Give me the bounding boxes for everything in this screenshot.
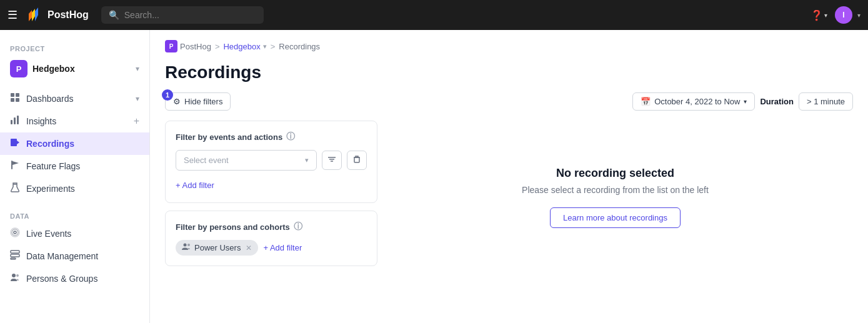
breadcrumb: P PostHog > Hedgebox ▾ > Recordings xyxy=(150,30,868,57)
svg-rect-5 xyxy=(11,98,14,102)
topnav-right: ❓ ▾ I ▾ xyxy=(808,6,861,24)
cohort-name: Power Users xyxy=(194,243,241,252)
sidebar-item-insights-label: Insights xyxy=(26,116,56,126)
search-input[interactable] xyxy=(124,10,256,20)
logo[interactable]: PostHog xyxy=(25,5,89,25)
insights-icon xyxy=(10,115,20,127)
breadcrumb-current: Recordings xyxy=(279,42,320,51)
breadcrumb-project-avatar: P xyxy=(165,40,177,52)
svg-rect-8 xyxy=(14,117,16,124)
project-avatar: P xyxy=(10,60,27,77)
empty-state-description: Please select a recording from the list … xyxy=(522,185,709,195)
sidebar-item-persons-groups[interactable]: Persons & Groups xyxy=(0,267,149,290)
svg-rect-18 xyxy=(11,254,19,257)
duration-value: > 1 minute xyxy=(799,92,853,111)
breadcrumb-link[interactable]: Hedgebox ▾ xyxy=(223,42,266,51)
sidebar-item-dashboards[interactable]: Dashboards ▾ xyxy=(0,87,149,110)
persons-groups-icon xyxy=(10,272,20,285)
svg-point-26 xyxy=(184,244,187,247)
svg-rect-17 xyxy=(11,251,19,253)
svg-rect-7 xyxy=(11,120,12,124)
events-filter-box: Filter by events and actions ⓘ Select ev… xyxy=(165,121,377,203)
svg-marker-1 xyxy=(32,9,35,21)
project-selector[interactable]: P Hedgebox ▾ xyxy=(0,55,149,82)
menu-icon[interactable]: ☰ xyxy=(7,8,17,22)
calendar-icon: 📅 xyxy=(641,97,651,106)
add-event-filter-button[interactable]: + Add filter xyxy=(176,178,214,192)
cohort-icon xyxy=(182,242,191,253)
dashboards-chevron: ▾ xyxy=(136,94,139,103)
sidebar-item-insights[interactable]: Insights + xyxy=(0,110,149,132)
hide-filters-button[interactable]: 1 ⚙ Hide filters xyxy=(165,92,231,111)
sidebar-item-recordings-label: Recordings xyxy=(26,139,74,149)
svg-marker-11 xyxy=(17,141,19,144)
logo-text: PostHog xyxy=(47,9,89,21)
svg-rect-9 xyxy=(17,116,19,124)
avatar[interactable]: I xyxy=(835,6,852,24)
recordings-icon xyxy=(10,137,20,150)
feature-flags-icon xyxy=(10,160,20,172)
persons-filter-title: Filter by persons and cohorts ⓘ xyxy=(176,221,367,232)
search-bar[interactable]: 🔍 xyxy=(101,6,264,24)
svg-rect-12 xyxy=(11,161,12,169)
sidebar-item-live-events[interactable]: Live Events xyxy=(0,222,149,245)
hide-filters-label: Hide filters xyxy=(184,97,222,106)
sidebar-item-experiments[interactable]: Experiments xyxy=(0,177,149,200)
svg-point-21 xyxy=(16,274,19,277)
sidebar-item-data-management[interactable]: Data Management xyxy=(0,245,149,267)
date-picker-button[interactable]: 📅 October 4, 2022 to Now ▾ xyxy=(632,92,755,111)
date-chevron: ▾ xyxy=(744,98,747,105)
persons-info-icon[interactable]: ⓘ xyxy=(294,221,302,232)
search-icon: 🔍 xyxy=(109,10,119,20)
svg-rect-19 xyxy=(11,258,16,259)
posthog-logo-icon xyxy=(25,5,45,25)
sidebar-item-feature-flags-label: Feature Flags xyxy=(26,161,80,171)
filter-badge: 1 xyxy=(162,89,173,101)
avatar-chevron: ▾ xyxy=(857,12,861,19)
main-layout: PROJECT P Hedgebox ▾ Dashboards ▾ Insigh… xyxy=(0,30,868,323)
event-select-placeholder: Select event xyxy=(184,156,229,165)
events-info-icon[interactable]: ⓘ xyxy=(286,131,295,142)
filter-sliders-icon: ⚙ xyxy=(173,97,181,106)
help-button[interactable]: ❓ ▾ xyxy=(808,7,830,24)
data-management-icon xyxy=(10,250,20,262)
events-filter-title: Filter by events and actions ⓘ xyxy=(176,131,367,142)
breadcrumb-chevron: ▾ xyxy=(263,42,267,51)
insights-plus[interactable]: + xyxy=(134,116,139,127)
sidebar-item-data-management-label: Data Management xyxy=(26,251,98,261)
learn-more-button[interactable]: Learn more about recordings xyxy=(550,207,681,228)
breadcrumb-sep2: > xyxy=(271,42,276,51)
project-name: Hedgebox xyxy=(32,64,75,74)
experiments-icon xyxy=(10,182,20,195)
svg-point-15 xyxy=(12,229,18,236)
event-select-row: Select event ▾ xyxy=(176,150,367,171)
sidebar-item-persons-groups-label: Persons & Groups xyxy=(26,274,97,284)
svg-marker-2 xyxy=(35,7,38,21)
delete-filter-button[interactable] xyxy=(347,151,367,170)
event-select[interactable]: Select event ▾ xyxy=(176,150,317,171)
duration-label: Duration xyxy=(760,97,793,106)
breadcrumb-project: P PostHog xyxy=(165,40,211,52)
cohort-remove-button[interactable]: ✕ xyxy=(246,244,252,252)
empty-state-title: No recording selected xyxy=(556,167,674,180)
cohort-tag: Power Users ✕ xyxy=(176,240,258,256)
event-select-chevron: ▾ xyxy=(305,156,309,164)
breadcrumb-hedgebox-link[interactable]: Hedgebox xyxy=(223,42,260,51)
persons-filter-box: Filter by persons and cohorts ⓘ Power Us… xyxy=(165,211,377,266)
sidebar-item-recordings[interactable]: Recordings xyxy=(0,132,149,155)
sidebar-item-dashboards-label: Dashboards xyxy=(26,94,74,104)
top-navigation: ☰ PostHog 🔍 ❓ ▾ I ▾ xyxy=(0,0,868,30)
svg-rect-25 xyxy=(354,157,359,162)
breadcrumb-project-label: PostHog xyxy=(180,42,211,51)
sidebar-section-data: DATA xyxy=(0,207,149,222)
date-range-label: October 4, 2022 to Now xyxy=(654,97,740,106)
sidebar-item-feature-flags[interactable]: Feature Flags xyxy=(0,155,149,177)
add-event-filter-label: + Add filter xyxy=(176,181,214,190)
svg-marker-13 xyxy=(12,161,19,165)
filter-options-button[interactable] xyxy=(322,151,342,170)
empty-state: No recording selected Please select a re… xyxy=(377,121,853,274)
main-content: P PostHog > Hedgebox ▾ > Recordings Reco… xyxy=(150,30,868,323)
live-events-icon xyxy=(10,227,20,240)
trash-icon xyxy=(352,155,361,166)
add-persons-filter-button[interactable]: + Add filter xyxy=(263,241,302,255)
